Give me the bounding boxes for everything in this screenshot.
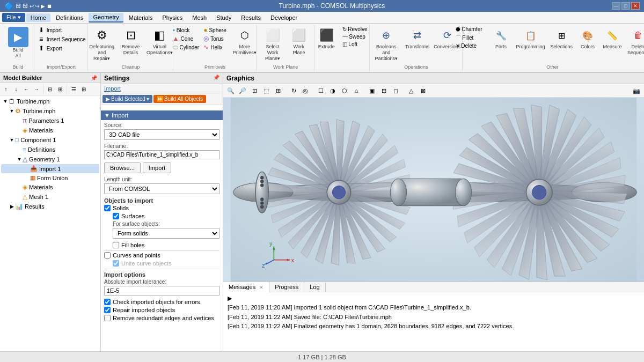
hide-mesh-btn[interactable]: ⊠ <box>418 85 428 96</box>
shading-btn[interactable]: ◑ <box>327 85 338 96</box>
icon-view-btn[interactable]: ⊞ <box>79 84 89 94</box>
unite-curve-checkbox[interactable] <box>113 260 119 267</box>
extrude-button[interactable]: ⬛ Extrude <box>314 26 338 51</box>
tree-item-global-mats[interactable]: ◈ Materials <box>1 125 99 135</box>
rotate-btn[interactable]: ↻ <box>288 85 299 96</box>
messages-tab[interactable]: Messages ✕ <box>223 282 269 292</box>
tree-item-definitions[interactable]: ≡ Definitions <box>1 145 99 154</box>
settings-breadcrumb[interactable]: Import <box>104 85 121 92</box>
file-menu[interactable]: File ▾ <box>2 13 25 22</box>
colors-button[interactable]: 🎨 Colors <box>576 26 599 51</box>
solids-checkbox[interactable] <box>104 205 111 211</box>
log-tab[interactable]: Log <box>304 282 325 292</box>
expand-component[interactable]: ▼ <box>9 137 15 143</box>
length-unit-select[interactable]: From COMSOL <box>104 183 219 194</box>
menu-home[interactable]: Home <box>26 13 50 22</box>
minimize-btn[interactable]: — <box>612 2 620 10</box>
zoom-box-btn[interactable]: ⬚ <box>261 85 272 96</box>
delete-sequence-button[interactable]: 🗑 DeleteSequence <box>625 26 644 57</box>
cylinder-button[interactable]: ⬭ Cylinder <box>172 43 201 51</box>
sphere-button[interactable]: ● Sphere <box>202 26 228 34</box>
select-domains-btn[interactable]: ◻ <box>390 85 401 96</box>
nav-prev-btn[interactable]: ← <box>21 84 31 94</box>
transforms-button[interactable]: ⇄ Transforms <box>404 26 430 51</box>
block-button[interactable]: ▪ Block <box>172 26 201 34</box>
repair-checkbox[interactable] <box>104 307 111 313</box>
expand-global[interactable]: ▼ <box>9 108 15 114</box>
curves-checkbox[interactable] <box>104 252 111 258</box>
nav-down-btn[interactable]: ↓ <box>11 84 21 94</box>
menu-study[interactable]: Study <box>212 13 236 22</box>
menu-results[interactable]: Results <box>237 13 265 22</box>
selections-button[interactable]: ⊞ Selections <box>548 26 575 51</box>
expand-geometry[interactable]: ▼ <box>16 157 23 162</box>
tree-item-global-defs[interactable]: ▼ ⚙ Turbine.mph <box>1 106 99 116</box>
build-all-button[interactable]: ▶ BuildAll <box>6 26 31 60</box>
menu-materials[interactable]: Materials <box>125 13 157 22</box>
nav-next-btn[interactable]: → <box>32 84 41 94</box>
show-mesh-btn[interactable]: △ <box>406 85 416 96</box>
expand-results[interactable]: ▶ <box>9 204 15 209</box>
delete-ribbon-button[interactable]: ✕ Delete <box>453 42 484 49</box>
orbit-btn[interactable]: ◎ <box>300 85 311 96</box>
abs-tolerance-input[interactable] <box>104 286 219 295</box>
zoom-fit-btn[interactable]: ⊡ <box>249 85 260 96</box>
menu-developer[interactable]: Developer <box>266 13 302 22</box>
defeaturing-button[interactable]: ⚙ Defeaturingand Repair▾ <box>87 26 117 62</box>
maximize-btn[interactable]: □ <box>621 2 630 10</box>
model-builder-pin[interactable]: 📌 <box>91 75 97 81</box>
sweep-button[interactable]: 〰 Sweep <box>340 33 369 40</box>
more-primitives-button[interactable]: ⬡ MorePrimitives▾ <box>231 26 259 57</box>
helix-button[interactable]: ∿ Helix <box>202 43 228 51</box>
cone-button[interactable]: ▲ Cone <box>172 34 201 43</box>
for-surface-select[interactable]: Form solids <box>113 228 219 239</box>
revolve-button[interactable]: ↻ Revolve <box>340 26 369 33</box>
parts-button[interactable]: 🔧 Parts <box>489 26 513 51</box>
reset-view-btn[interactable]: ⌂ <box>351 85 362 96</box>
menu-definitions[interactable]: Definitions <box>52 13 87 22</box>
menu-physics[interactable]: Physics <box>158 13 187 22</box>
insert-sequence-button[interactable]: ≡ Insert Sequence <box>35 35 88 43</box>
chamfer-button[interactable]: ⬣ Chamfer <box>453 26 484 33</box>
build-selected-button[interactable]: ▶ Build Selected ▾ <box>103 95 152 103</box>
menu-geometry[interactable]: Geometry <box>89 13 123 23</box>
screenshot-btn[interactable]: 📷 <box>631 85 642 96</box>
loft-button[interactable]: ◫ Loft <box>340 41 369 48</box>
tree-item-mesh[interactable]: △ Mesh 1 <box>1 192 99 202</box>
booleans-button[interactable]: ⊕ Booleans andPartitions▾ <box>371 26 402 62</box>
check-errors-checkbox[interactable] <box>104 299 111 305</box>
remove-edges-checkbox[interactable] <box>104 315 111 321</box>
export-button[interactable]: ⬆ Export <box>35 44 88 53</box>
tree-item-root[interactable]: ▼ 🗒 Turbine.mph <box>1 97 99 106</box>
settings-pin[interactable]: 📌 <box>213 75 219 82</box>
graphics-viewport[interactable]: z x y <box>223 98 644 282</box>
import-section-header[interactable]: ▼ Import <box>101 110 223 120</box>
remove-details-button[interactable]: ⊡ RemoveDetails <box>119 26 143 57</box>
tree-item-results[interactable]: ▶ 📊 Results <box>1 202 99 211</box>
measure-button[interactable]: 📏 Measure <box>601 26 624 51</box>
programming-button[interactable]: 📋 Programming <box>514 26 547 51</box>
tree-item-form-union[interactable]: ▦ Form Union <box>1 173 99 182</box>
virtual-operations-button[interactable]: ◧ VirtualOperations▾ <box>145 26 175 57</box>
expand-root[interactable]: ▼ <box>2 99 9 104</box>
build-all-objects-button[interactable]: ⏩ Build All Objects <box>153 95 206 103</box>
scene-btn[interactable]: ☐ <box>316 85 326 96</box>
wireframe-btn[interactable]: ⬡ <box>339 85 350 96</box>
expand-btn[interactable]: ⊞ <box>55 84 65 94</box>
torus-button[interactable]: ◎ Torus <box>202 34 228 43</box>
zoom-in-btn[interactable]: 🔍 <box>225 85 236 96</box>
tree-item-component[interactable]: ▼ □ Component 1 <box>1 135 99 145</box>
close-btn[interactable]: ✕ <box>631 2 640 10</box>
progress-tab[interactable]: Progress <box>269 282 304 292</box>
fill-holes-checkbox[interactable] <box>113 242 119 248</box>
tree-item-comp-mats[interactable]: ◈ Materials <box>1 182 99 192</box>
tree-item-import1[interactable]: 📥 Import 1 <box>1 164 99 173</box>
filename-input[interactable] <box>104 150 219 159</box>
tree-item-params[interactable]: π Parameters 1 <box>1 116 99 125</box>
tree-item-geometry[interactable]: ▼ △ Geometry 1 <box>1 154 99 164</box>
fillet-button[interactable]: ⌒ Fillet <box>453 33 484 42</box>
nav-up-btn[interactable]: ↑ <box>1 84 11 94</box>
source-select[interactable]: 3D CAD file <box>104 129 219 140</box>
menu-mesh[interactable]: Mesh <box>188 13 211 22</box>
import-action-button[interactable]: Import <box>143 162 171 173</box>
